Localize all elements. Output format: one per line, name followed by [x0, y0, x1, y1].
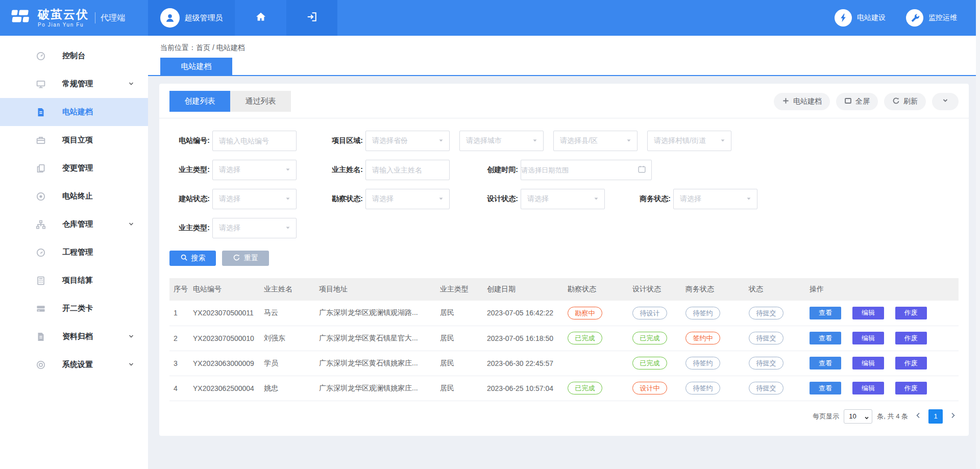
- business-status-select[interactable]: 请选择: [673, 189, 757, 209]
- view-button[interactable]: 查看: [810, 357, 841, 369]
- select-placeholder: 请选择: [219, 224, 240, 233]
- refresh-button[interactable]: 刷新: [884, 93, 926, 110]
- top-header: 破茧云伏 Po Jian Yun Fu 代理端 超级管理员: [0, 0, 980, 36]
- sidebar-item-project-approval[interactable]: 项目立项: [0, 126, 148, 154]
- page-number-button[interactable]: 1: [928, 409, 943, 424]
- edit-button[interactable]: 编辑: [852, 332, 884, 344]
- view-button[interactable]: 查看: [810, 307, 841, 319]
- sidebar-item-open-type2-card[interactable]: 开二类卡: [0, 294, 148, 323]
- brand-logo: 破茧云伏 Po Jian Yun Fu 代理端: [0, 0, 148, 36]
- reset-button[interactable]: 重置: [222, 251, 269, 266]
- field-label: 电站编号:: [169, 136, 212, 145]
- survey-status-select[interactable]: 请选择: [365, 189, 450, 209]
- owner-name: 马云: [260, 301, 315, 326]
- tab-passed-list[interactable]: 通过列表: [230, 91, 291, 112]
- sidebar-item-label: 工程管理: [62, 248, 93, 257]
- owner-name: 学员: [260, 351, 315, 376]
- select-placeholder: 请选择: [219, 165, 240, 175]
- caret-down-icon: [626, 137, 632, 145]
- sidebar-item-label: 仓库管理: [62, 219, 93, 229]
- wrench-icon: [906, 9, 923, 27]
- owner-type-select[interactable]: 请选择: [212, 160, 297, 180]
- sidebar-item-console[interactable]: 控制台: [0, 42, 148, 70]
- edit-button[interactable]: 编辑: [852, 382, 884, 394]
- current-user-button[interactable]: 超级管理员: [148, 0, 235, 36]
- home-button[interactable]: [235, 0, 286, 36]
- total-count-label: 条, 共 4 条: [877, 412, 908, 421]
- sidebar-item-change-management[interactable]: 变更管理: [0, 154, 148, 182]
- next-page-button[interactable]: [947, 409, 959, 424]
- table-row: 4 YX2023062500004 姚忠 广东深圳龙华区观澜镇姚家庄... 居民…: [169, 376, 959, 401]
- nav-station-construction[interactable]: 电站建设: [835, 9, 886, 27]
- owner-name: 刘强东: [260, 326, 315, 351]
- sidebar-item-project-settlement[interactable]: 项目结算: [0, 266, 148, 294]
- design-status-select[interactable]: 请选择: [521, 189, 605, 209]
- portal-label: 代理端: [101, 13, 125, 23]
- add-station-button[interactable]: 电站建档: [774, 93, 830, 110]
- station-archive-panel: 创建列表 通过列表 电站建档 全屏: [159, 84, 969, 436]
- county-select[interactable]: 请选择县/区: [553, 131, 638, 151]
- collapse-toolbar-button[interactable]: [932, 93, 959, 110]
- sidebar-item-engineering-management[interactable]: 工程管理: [0, 238, 148, 266]
- per-page-label: 每页显示: [813, 412, 839, 421]
- province-select[interactable]: 请选择省份: [365, 131, 450, 151]
- page-tab-station-archive[interactable]: 电站建档: [160, 58, 232, 75]
- scrollbar-track[interactable]: [976, 0, 980, 469]
- nav-label: 监控运维: [928, 13, 957, 22]
- sidebar-item-station-archive[interactable]: 电站建档: [0, 98, 148, 126]
- void-button[interactable]: 作废: [895, 307, 927, 319]
- briefcase-icon: [36, 135, 46, 145]
- sidebar-item-system-settings[interactable]: 系统设置: [0, 351, 148, 379]
- field-label: 业主类型:: [169, 165, 212, 175]
- select-placeholder: 请选择城市: [466, 136, 502, 145]
- caret-down-icon: [438, 195, 444, 203]
- breadcrumb: 当前位置：首页 / 电站建档: [160, 43, 245, 53]
- sidebar-item-station-termination[interactable]: 电站终止: [0, 182, 148, 210]
- chevron-right-icon: [949, 412, 957, 421]
- button-label: 重置: [244, 254, 258, 263]
- chevron-down-icon: [128, 220, 135, 230]
- caret-down-icon: [720, 137, 726, 145]
- fullscreen-button[interactable]: 全屏: [836, 93, 878, 110]
- created-date: 2023-06-30 22:45:57: [483, 351, 564, 376]
- design-status-badge: 已完成: [632, 357, 667, 369]
- created-date: 2023-07-05 16:18:50: [483, 326, 564, 351]
- nav-monitoring-ops[interactable]: 监控运维: [906, 9, 957, 27]
- owner-type2-select[interactable]: 请选择: [212, 218, 297, 238]
- list-tabs: 创建列表 通过列表: [169, 91, 291, 112]
- card-icon: [36, 304, 46, 314]
- date-range-input[interactable]: [521, 166, 623, 174]
- date-range-picker[interactable]: [521, 160, 652, 180]
- view-button[interactable]: 查看: [810, 382, 841, 394]
- logout-button[interactable]: [286, 0, 337, 36]
- owner-name: 姚忠: [260, 376, 315, 401]
- tab-create-list[interactable]: 创建列表: [169, 91, 230, 112]
- edit-button[interactable]: 编辑: [852, 307, 884, 319]
- user-name: 超级管理员: [185, 13, 223, 23]
- reset-icon: [233, 254, 240, 263]
- view-button[interactable]: 查看: [810, 332, 841, 344]
- sidebar-item-label: 电站终止: [62, 191, 93, 201]
- station-code-input[interactable]: [212, 131, 297, 151]
- survey-status-badge: 已完成: [568, 332, 602, 344]
- lightning-icon: [835, 9, 852, 27]
- row-index: 2: [169, 326, 189, 351]
- page-size-select[interactable]: 10: [844, 410, 872, 423]
- void-button[interactable]: 作废: [895, 357, 927, 369]
- search-button[interactable]: 搜索: [169, 251, 216, 266]
- owner-name-input[interactable]: [365, 160, 450, 180]
- edit-button[interactable]: 编辑: [852, 357, 884, 369]
- city-select[interactable]: 请选择城市: [459, 131, 544, 151]
- sidebar-item-data-archive[interactable]: 资料归档: [0, 323, 148, 351]
- sidebar-item-general-management[interactable]: 常规管理: [0, 70, 148, 98]
- prev-page-button[interactable]: [913, 409, 924, 424]
- document-icon: [36, 107, 46, 117]
- void-button[interactable]: 作废: [895, 332, 927, 344]
- void-button[interactable]: 作废: [895, 382, 927, 394]
- build-status-select[interactable]: 请选择: [212, 189, 297, 209]
- village-select[interactable]: 请选择村镇/街道: [647, 131, 731, 151]
- copy-icon: [36, 163, 46, 174]
- header-nav: 电站建设 监控运维: [835, 9, 957, 27]
- sidebar-item-warehouse-management[interactable]: 仓库管理: [0, 210, 148, 238]
- design-status-badge: 待设计: [632, 307, 667, 319]
